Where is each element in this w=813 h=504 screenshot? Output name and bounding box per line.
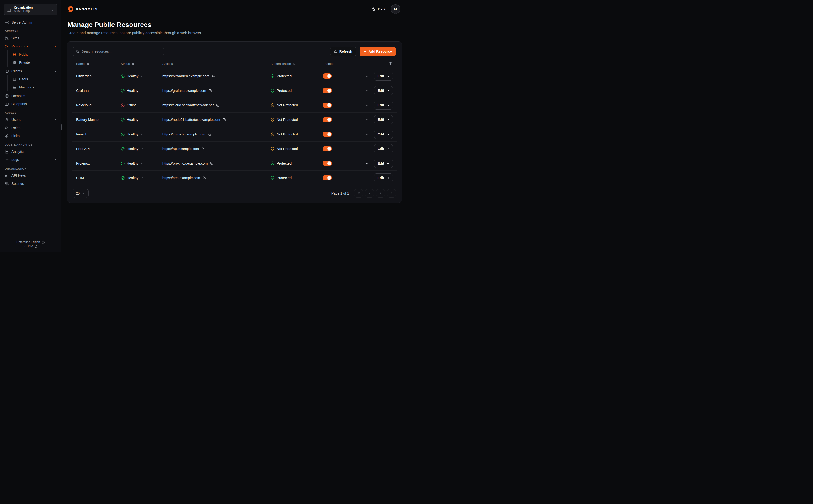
status-dropdown[interactable]: Healthy: [121, 161, 143, 165]
sidebar-nav: Server Admin GENERAL Sites Resources Pub…: [0, 17, 61, 236]
enabled-toggle[interactable]: [322, 146, 332, 151]
previous-page-button[interactable]: [365, 189, 374, 198]
copy-url-button[interactable]: [202, 176, 206, 180]
status-dropdown[interactable]: Healthy: [121, 147, 143, 151]
arrow-right-icon: [386, 176, 389, 180]
brand-logo[interactable]: PANGOLIN: [67, 6, 98, 12]
edit-button[interactable]: Edit: [374, 101, 393, 110]
sidebar-item-api-keys[interactable]: API Keys: [3, 171, 58, 180]
org-selector-texts: Organization ACME Corp.: [14, 6, 49, 13]
edit-button[interactable]: Edit: [374, 115, 393, 124]
edition-line[interactable]: Enterprise Edition: [2, 240, 59, 244]
edit-button[interactable]: Edit: [374, 159, 393, 168]
status-dropdown[interactable]: Healthy: [121, 74, 143, 78]
copy-url-button[interactable]: [208, 133, 211, 136]
sidebar-resize-handle[interactable]: [61, 124, 62, 130]
enabled-toggle[interactable]: [322, 73, 332, 79]
arrow-right-icon: [386, 75, 389, 78]
sidebar-item-domains[interactable]: Domains: [3, 92, 58, 100]
shield-check-icon: [270, 176, 274, 180]
search-input[interactable]: [73, 47, 164, 56]
sidebar-item-private[interactable]: Private: [10, 58, 58, 67]
column-header-enabled: Enabled: [319, 62, 350, 66]
sidebar-item-server-admin[interactable]: Server Admin: [3, 18, 58, 26]
row-menu-button[interactable]: [365, 132, 370, 137]
version-line[interactable]: v1.13.0: [2, 245, 59, 248]
ellipsis-icon: [366, 74, 370, 78]
status-dropdown[interactable]: Healthy: [121, 132, 143, 136]
toggle-knob: [327, 118, 331, 122]
column-header-status[interactable]: Status: [117, 62, 159, 66]
brand-name: PANGOLIN: [76, 7, 98, 11]
copy-url-button[interactable]: [208, 89, 212, 93]
sidebar-item-public[interactable]: Public: [10, 50, 58, 58]
edit-label: Edit: [377, 103, 384, 107]
page-size-select[interactable]: 20: [73, 189, 88, 198]
edit-button[interactable]: Edit: [374, 72, 393, 81]
sidebar-item-clients[interactable]: Clients: [3, 67, 58, 75]
sidebar-item-resources[interactable]: Resources: [3, 42, 58, 50]
enabled-toggle[interactable]: [322, 161, 332, 166]
sidebar-item-sites[interactable]: Sites: [3, 34, 58, 42]
copy-url-button[interactable]: [201, 147, 205, 151]
resource-name: CRM: [72, 176, 117, 180]
resource-name: Bitwarden: [72, 74, 117, 78]
arrow-right-icon: [386, 147, 389, 150]
row-menu-button[interactable]: [365, 103, 370, 108]
status-dropdown[interactable]: Offline: [121, 103, 141, 107]
row-menu-button[interactable]: [365, 88, 370, 93]
column-header-name[interactable]: Name: [72, 62, 117, 66]
edit-button[interactable]: Edit: [374, 86, 393, 95]
copy-url-button[interactable]: [216, 103, 219, 107]
section-label-logs-analytics: LOGS & ANALYTICS: [3, 140, 58, 148]
sidebar-item-label: Sites: [11, 36, 56, 40]
enabled-toggle[interactable]: [322, 88, 332, 93]
sidebar-item-label: Analytics: [11, 150, 56, 154]
status-label: Healthy: [127, 118, 138, 122]
main-content: PANGOLIN Dark M Manage Public Resources …: [61, 0, 406, 252]
sidebar-item-analytics[interactable]: Analytics: [3, 148, 58, 156]
copy-url-button[interactable]: [222, 118, 226, 122]
column-header-authentication[interactable]: Authentication: [267, 62, 319, 66]
sidebar-item-logs[interactable]: Logs: [3, 156, 58, 164]
org-selector[interactable]: Organization ACME Corp.: [4, 4, 57, 15]
sidebar-item-blueprints[interactable]: Blueprints: [3, 100, 58, 108]
next-page-button[interactable]: [376, 189, 385, 198]
row-menu-button[interactable]: [365, 74, 370, 79]
sidebar-item-roles[interactable]: Roles: [3, 124, 58, 132]
auth-label: Not Protected: [277, 132, 298, 136]
list-icon: [5, 158, 9, 162]
enabled-toggle[interactable]: [322, 103, 332, 108]
sidebar-item-settings[interactable]: Settings: [3, 180, 58, 188]
copy-icon: [212, 75, 215, 78]
status-label: Offline: [127, 103, 137, 107]
edit-button[interactable]: Edit: [374, 173, 393, 182]
sidebar-item-users[interactable]: Users: [3, 116, 58, 124]
enabled-toggle[interactable]: [322, 132, 332, 137]
edit-button[interactable]: Edit: [374, 130, 393, 139]
status-dropdown[interactable]: Healthy: [121, 89, 143, 93]
row-menu-button[interactable]: [365, 175, 370, 180]
toggle-knob: [327, 103, 331, 107]
sidebar-item-client-users[interactable]: Users: [10, 75, 58, 83]
theme-toggle[interactable]: Dark: [372, 7, 385, 11]
sidebar-item-links[interactable]: Links: [3, 132, 58, 140]
column-settings-button[interactable]: [388, 61, 393, 66]
refresh-button[interactable]: Refresh: [330, 47, 356, 56]
enabled-toggle[interactable]: [322, 117, 332, 122]
row-menu-button[interactable]: [365, 117, 370, 122]
copy-url-button[interactable]: [212, 74, 215, 78]
last-page-button[interactable]: [387, 189, 396, 198]
row-menu-button[interactable]: [365, 161, 370, 166]
add-resource-button[interactable]: Add Resource: [359, 47, 396, 56]
sidebar-item-machines[interactable]: Machines: [10, 83, 58, 91]
first-page-button[interactable]: [354, 189, 363, 198]
status-dropdown[interactable]: Healthy: [121, 118, 143, 122]
row-menu-button[interactable]: [365, 146, 370, 151]
avatar[interactable]: M: [391, 4, 400, 14]
copy-url-button[interactable]: [210, 162, 213, 165]
edit-button[interactable]: Edit: [374, 144, 393, 153]
enabled-toggle[interactable]: [322, 175, 332, 180]
status-dropdown[interactable]: Healthy: [121, 176, 143, 180]
toggle-knob: [327, 74, 331, 78]
